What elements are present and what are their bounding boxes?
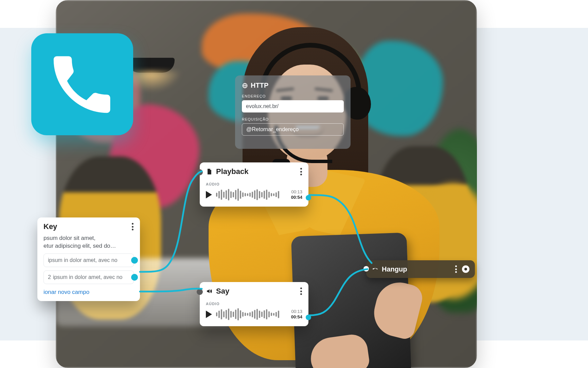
speaker-icon <box>206 288 213 295</box>
http-node-title: HTTP <box>251 82 268 89</box>
phone-app-tile[interactable] <box>31 33 133 135</box>
node-output-port[interactable] <box>306 315 311 320</box>
http-endereco-label: ENDEREÇO <box>242 94 344 98</box>
playback-title: Playback <box>216 167 248 176</box>
http-requisicao-label: REQUISIÇÃO <box>242 117 344 121</box>
node-input-port[interactable] <box>197 169 203 175</box>
audio-player[interactable]: 00:13 00:54 <box>206 188 302 201</box>
say-title: Say <box>216 287 229 296</box>
globe-icon <box>242 83 248 89</box>
playback-node[interactable]: Playback AÚDIO 00:13 00:54 <box>200 162 308 207</box>
play-icon[interactable] <box>206 191 212 198</box>
duration-readout: 00:13 00:54 <box>291 309 302 320</box>
node-output-port[interactable] <box>131 257 138 264</box>
http-endereco-field[interactable]: evolux.net.br/ <box>242 100 344 112</box>
waveform <box>216 188 287 201</box>
hangup-icon <box>372 266 378 273</box>
node-input-port[interactable] <box>197 289 203 295</box>
key-option-2[interactable]: 2 ipsum in dolor amet, avec no <box>43 270 134 284</box>
play-icon[interactable] <box>206 311 212 318</box>
more-menu-icon[interactable] <box>300 287 302 295</box>
node-output-port[interactable] <box>306 195 311 200</box>
add-field-link[interactable]: ionar novo campo <box>43 289 89 296</box>
terminal-port-icon <box>462 265 469 273</box>
hangup-node[interactable]: Hangup <box>366 260 475 278</box>
audio-player[interactable]: 00:13 00:54 <box>206 308 302 321</box>
http-endereco-value: evolux.net.br/ <box>246 103 279 109</box>
hangup-title: Hangup <box>382 265 407 273</box>
http-requisicao-value: @Retornar_endereço <box>246 126 299 133</box>
key-option-2-sub: ipsum in dolor amet, avec no <box>53 274 123 280</box>
key-option-2-label: 2 <box>48 274 51 280</box>
http-node[interactable]: HTTP ENDEREÇO evolux.net.br/ REQUISIÇÃO … <box>235 75 351 149</box>
more-menu-icon[interactable] <box>300 168 302 175</box>
phone-icon <box>49 51 116 118</box>
file-audio-icon <box>206 168 213 175</box>
say-audio-label: AÚDIO <box>206 302 302 306</box>
key-node[interactable]: Key psum dolor sit amet, etur adipiscing… <box>37 217 140 301</box>
duration-readout: 00:13 00:54 <box>291 189 302 200</box>
node-output-port[interactable] <box>131 274 138 281</box>
key-option-1[interactable]: ipsum in dolor amet, avec no <box>43 253 134 267</box>
key-title: Key <box>43 222 57 231</box>
key-description: psum dolor sit amet, etur adipiscing eli… <box>43 234 134 250</box>
key-option-1-sub: ipsum in dolor amet, avec no <box>48 257 118 263</box>
more-menu-icon[interactable] <box>455 265 457 273</box>
playback-audio-label: AÚDIO <box>206 182 302 186</box>
waveform <box>216 308 287 321</box>
say-node[interactable]: Say AÚDIO 00:13 00:54 <box>200 282 308 326</box>
node-input-port[interactable] <box>363 266 369 271</box>
more-menu-icon[interactable] <box>132 223 134 230</box>
http-requisicao-chip[interactable]: @Retornar_endereço <box>242 123 344 136</box>
